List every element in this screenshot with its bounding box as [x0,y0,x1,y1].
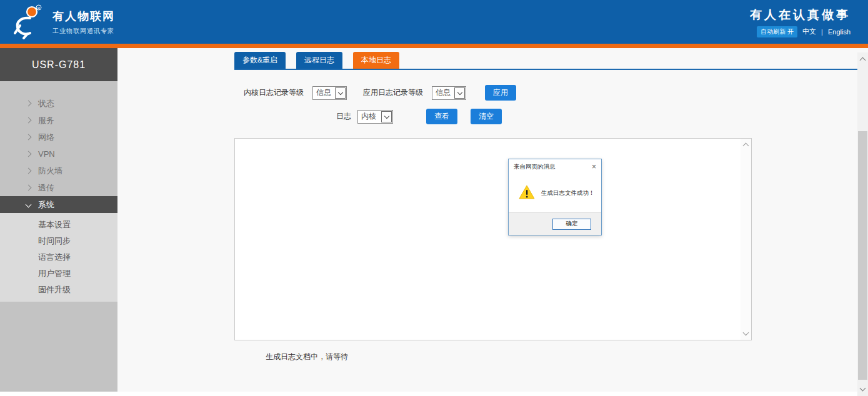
scroll-up-icon[interactable] [743,143,749,149]
log-select-row: 日志 内核 查看 清空 [336,109,868,124]
status-text: 生成日志文档中，请等待 [266,352,868,362]
tab-params-restart[interactable]: 参数&重启 [234,52,286,69]
sidebar-subitem-basic-settings[interactable]: 基本设置 [0,217,117,233]
log-scrollbar[interactable] [741,139,751,340]
brand-logo-icon: R [11,4,46,39]
lang-english-link[interactable]: English [828,28,851,36]
brand-tagline: 工业物联网通讯专家 [52,27,115,36]
lang-divider: | [821,28,823,36]
sidebar-subitem-firmware-upgrade[interactable]: 固件升级 [0,282,117,298]
sidebar-item-system[interactable]: 系统 [0,196,117,213]
sidebar-item-vpn[interactable]: VPN [0,146,117,162]
log-label: 日志 [336,111,351,122]
brand-name: 有人物联网 [52,9,115,24]
app-header: R 有人物联网 工业物联网通讯专家 有人在认真做事 自动刷新 开 中文 | En… [0,0,868,48]
app-level-label: 应用日志记录等级 [363,87,423,98]
sidebar-subitem-language[interactable]: 语言选择 [0,249,117,265]
log-output-text [239,141,739,337]
sidebar-subitem-user-management[interactable]: 用户管理 [0,265,117,282]
log-select[interactable]: 内核 [357,110,393,124]
sidebar-item-status[interactable]: 状态 [0,95,117,112]
scroll-down-icon[interactable] [743,330,749,336]
chevron-right-icon [26,185,32,191]
warning-icon [519,185,535,202]
chevron-right-icon [26,101,32,107]
tab-bar: 参数&重启 远程日志 本地日志 [234,52,859,70]
dropdown-arrow-icon [381,111,392,122]
log-level-row: 内核日志记录等级 信息 应用日志记录等级 信息 应用 [244,85,868,101]
sidebar-submenu-system: 基本设置 时间同步 语言选择 用户管理 固件升级 [0,213,117,302]
close-icon[interactable]: × [592,163,596,171]
chevron-right-icon [26,151,32,157]
sidebar-item-passthrough[interactable]: 透传 [0,179,117,196]
auto-refresh-toggle[interactable]: 自动刷新 开 [757,26,797,37]
sidebar-item-firewall[interactable]: 防火墙 [0,162,117,179]
scrollbar-thumb[interactable] [858,131,867,380]
log-output-area[interactable] [234,138,752,340]
chevron-right-icon [26,134,32,141]
tab-local-log[interactable]: 本地日志 [353,52,399,69]
scroll-down-icon[interactable] [860,385,866,392]
svg-text:R: R [37,6,41,10]
dropdown-arrow-icon [335,87,346,99]
dialog-title: 来自网页的消息 [514,163,556,171]
tab-remote-log[interactable]: 远程日志 [296,52,342,69]
kernel-level-select[interactable]: 信息 [312,86,347,100]
app-level-select[interactable]: 信息 [432,86,466,100]
chevron-right-icon [26,117,32,124]
sidebar-subitem-time-sync[interactable]: 时间同步 [0,233,117,249]
dropdown-arrow-icon [454,87,465,99]
page-scrollbar[interactable] [857,52,868,396]
apply-button[interactable]: 应用 [485,85,516,101]
sidebar-item-network[interactable]: 网络 [0,129,117,146]
device-name: USR-G781 [0,48,117,81]
lang-chinese-link[interactable]: 中文 [802,27,816,36]
dialog-title-bar[interactable]: 来自网页的消息 × [509,159,601,174]
dialog-message: 生成日志文件成功！ [541,189,595,197]
chevron-right-icon [26,168,32,174]
sidebar-item-service[interactable]: 服务 [0,112,117,129]
sidebar: USR-G781 状态 服务 网络 VPN 防火墙 透传 [0,48,117,392]
message-dialog: 来自网页的消息 × 生成日志文件成功！ 确定 [508,159,602,235]
content-area: 参数&重启 远程日志 本地日志 内核日志记录等级 信息 应用日志记录等级 信息 … [117,48,868,392]
ok-button[interactable]: 确定 [552,219,591,230]
view-button[interactable]: 查看 [426,109,457,124]
sidebar-menu: 状态 服务 网络 VPN 防火墙 透传 系统 [0,81,117,213]
scroll-up-icon[interactable] [860,57,866,64]
clear-button[interactable]: 清空 [471,109,502,124]
chevron-down-icon [26,202,32,208]
brand: R 有人物联网 工业物联网通讯专家 [11,4,115,39]
header-slogan: 有人在认真做事 [750,7,851,23]
kernel-level-label: 内核日志记录等级 [244,87,304,98]
